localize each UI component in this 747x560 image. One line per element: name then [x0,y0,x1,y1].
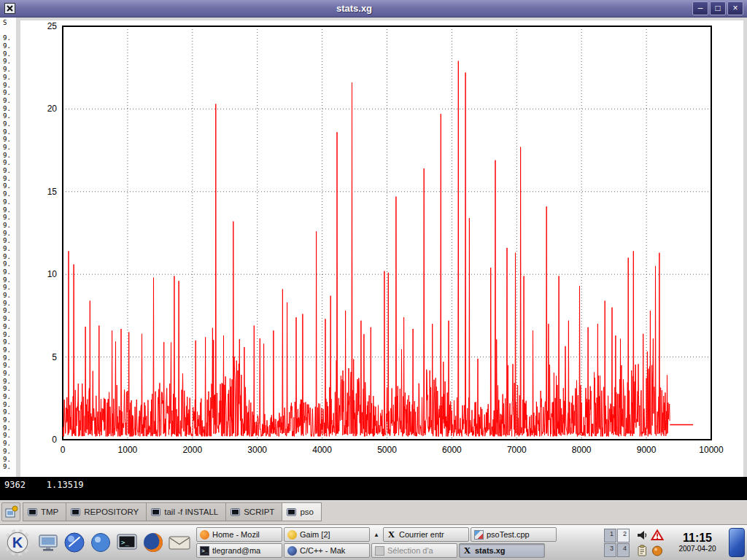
volume-icon[interactable] [635,528,649,542]
x-app-icon: X [462,546,472,556]
pager-desktop-4[interactable]: 4 [617,543,630,557]
taskbar-scroll-arrow[interactable]: ▲ [371,527,382,542]
launcher-show-desktop[interactable] [35,528,61,557]
terminal-text-line: 9. [3,42,16,50]
terminal-text-line: 9. [3,378,16,386]
clock[interactable]: 11:15 2007-04-20 [668,532,727,553]
taskbar-button-home-mozil[interactable]: Home - Mozil [196,527,282,542]
new-session-icon [4,505,18,519]
taskbar-button-stats-xg[interactable]: Xstats.xg [459,543,545,558]
x-app-icon: X [387,530,396,540]
terminal-text-line: 9. [3,323,16,331]
terminal-text-line: 9. [3,253,16,261]
svg-text:2000: 2000 [182,445,202,455]
plot-window-body: 0510152025010002000300040005000600070008… [16,18,747,477]
konsole-session-icon [28,508,37,517]
tab-repository[interactable]: REPOSITORY [66,502,147,521]
new-session-button[interactable] [1,502,20,521]
close-button[interactable]: × [727,1,743,15]
svg-text:>_: >_ [121,539,129,546]
task-label: Gaim [2] [300,530,330,539]
tab-script[interactable]: SCRIPT [226,502,282,521]
konsole-icon: >_ [200,546,209,556]
panel-hide-button[interactable] [729,528,745,557]
kmenu-button[interactable]: K [2,528,33,557]
terminal-text-line: 9. [3,237,16,245]
terminal-text-line: 9. [3,74,16,82]
svg-text:7000: 7000 [507,445,527,455]
maximize-button[interactable]: □ [710,1,726,15]
terminal-text-line: 9. [3,128,16,136]
clock-date: 2007-04-20 [668,545,727,553]
terminal-status-text: 9362 1.13519 [4,480,83,490]
terminal-text-line: 9. [3,222,16,230]
klipper-icon[interactable] [635,543,649,558]
task-label: C/C++ - Mak [300,546,345,555]
window-menu-icon[interactable] [4,2,16,15]
terminal-text-line: 9. [3,393,16,401]
konsole-tab-bar: TMPREPOSITORYtail -f INSTALLSCRIPTpso [0,500,747,524]
task-label: stats.xg [475,546,506,555]
task-label: Courrier entr [399,530,444,539]
terminal-text-line: 9. [3,385,16,393]
pager-desktop-2[interactable]: 2 [617,529,630,542]
launcher-kmail[interactable] [166,528,193,557]
kde-logo-icon: K [4,529,31,556]
taskbar-button-psotest-cpp[interactable]: psoTest.cpp [471,527,557,542]
task-label: Sélection d'a [387,546,433,555]
terminal-text-line: 9. [3,331,16,339]
background-terminal-edge: S9.9.9.9.9.9.9.9.9.9.9.9.9.9.9.9.9.9.9.9… [0,18,16,477]
system-tray [635,528,665,558]
media-icon[interactable] [650,543,665,558]
svg-text:5: 5 [52,352,57,362]
firefox-icon [141,530,166,555]
svg-text:20: 20 [47,104,58,114]
terminal-text-line: 9. [3,89,16,97]
taskbar-button-c-c-mak[interactable]: C/C++ - Mak [284,543,370,558]
terminal-text-line: 9. [3,198,16,206]
svg-text:1000: 1000 [118,445,138,455]
terminal-text-line: 9. [3,260,16,268]
konsole-session-icon [231,508,240,517]
launcher-firefox[interactable] [140,528,166,557]
terminal-text-line: 9. [3,144,16,152]
terminal-text-line: 9. [3,175,16,183]
terminal-text-line: 9. [3,34,16,42]
task-label: psoTest.cpp [487,530,530,539]
taskbar-button-gaim-2[interactable]: Gaim [2] [284,527,370,542]
tab-pso[interactable]: pso [282,502,322,521]
launcher-konqueror[interactable] [61,528,88,557]
window-titlebar[interactable]: stats.xg – □ × [0,0,747,18]
taskbar-button-s-lection-d-a[interactable]: Sélection d'a [371,543,457,558]
terminal-text-line: 9. [3,362,16,370]
svg-text:10000: 10000 [699,445,724,455]
firefox-icon [200,530,209,540]
tab-tmp[interactable]: TMP [23,502,66,521]
tab-label: pso [300,508,314,516]
svg-text:3000: 3000 [247,445,267,455]
konsole-session-icon [151,508,160,517]
launcher-kde-app[interactable] [88,528,114,557]
terminal-text-line: 9. [3,66,16,74]
launcher-konsole[interactable]: >_ [114,528,140,557]
terminal-text-line: 9. [3,300,16,308]
svg-text:10: 10 [47,269,58,279]
pager-desktop-1[interactable]: 1 [604,529,616,542]
minimize-button[interactable]: – [692,1,708,15]
gaim-icon [287,530,297,540]
terminal-text-line: 9. [3,338,16,346]
eclipse-icon [287,546,297,556]
kicker-panel: K >_ Home - MozilGaim [2]▲XCourrier entr… [0,524,747,560]
terminal-text-line: 9. [3,190,16,198]
taskbar-button-tlegrand-ma[interactable]: >_tlegrand@ma [196,543,282,558]
svg-text:9000: 9000 [637,445,657,455]
pager-desktop-3[interactable]: 3 [604,543,616,557]
terminal-text-line: 9. [3,276,16,284]
terminal-text-line: 9. [3,136,16,144]
svg-text:6000: 6000 [442,445,462,455]
kalarm-icon[interactable] [650,528,665,542]
taskbar-button-courrier-entr[interactable]: XCourrier entr [383,527,469,542]
tab-tail-f-install[interactable]: tail -f INSTALL [147,502,226,521]
generic-icon [375,546,384,556]
terminal-text-line: 9. [3,292,16,300]
